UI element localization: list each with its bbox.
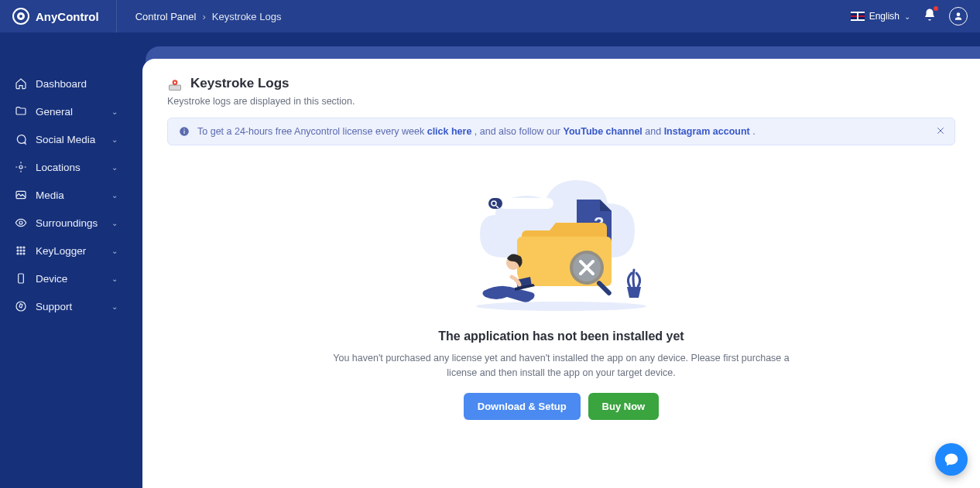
phone-icon [14,271,28,285]
svg-point-16 [174,81,176,84]
banner-link-instagram[interactable]: Instagram account [664,126,750,137]
chevron-down-icon: ⌄ [111,135,118,144]
chevron-down-icon: ⌄ [111,219,118,227]
promo-banner: To get a 24-hours free Anycontrol licens… [167,118,955,145]
svg-point-0 [19,166,22,169]
svg-point-10 [20,253,22,254]
svg-point-29 [476,302,646,311]
topbar-actions: English ⌄ [851,7,968,26]
breadcrumb-current: Keystroke Logs [212,11,282,22]
empty-state-title: The application has not been installed y… [167,329,955,343]
svg-rect-12 [19,274,24,283]
breadcrumb-root[interactable]: Control Panel [135,11,197,22]
svg-point-13 [16,302,26,311]
empty-illustration: ? [461,169,662,316]
home-icon [14,77,28,90]
compass-icon [14,299,28,313]
sidebar-item-keylogger[interactable]: KeyLogger ⌄ [0,237,132,264]
close-icon [936,126,945,135]
sidebar-item-label: Locations [36,162,81,173]
chat-bubble-icon [944,452,959,467]
download-setup-button[interactable]: Download & Setup [464,393,581,420]
svg-point-8 [23,250,25,251]
grid-icon [14,244,28,258]
language-selector[interactable]: English ⌄ [851,11,910,22]
svg-point-4 [20,247,22,248]
empty-state: ? [167,169,955,420]
chevron-down-icon: ⌄ [111,163,118,172]
svg-point-2 [19,221,22,224]
svg-point-11 [23,253,25,254]
page-title: Keystroke Logs [190,76,290,91]
svg-point-7 [20,250,22,251]
page-header: Keystroke Logs [167,76,955,93]
banner-text: To get a 24-hours free Anycontrol licens… [197,126,756,137]
chat-icon [14,132,28,146]
breadcrumb-separator: › [202,11,205,22]
svg-rect-26 [488,198,502,209]
sidebar-item-label: Media [36,189,64,201]
topbar: AnyControl Control Panel › Keystroke Log… [0,0,980,32]
notifications-button[interactable] [923,8,937,25]
svg-rect-19 [183,129,184,130]
keystroke-page-icon [167,77,183,93]
logo-icon [12,8,29,25]
chevron-down-icon: ⌄ [111,107,118,116]
svg-point-5 [23,247,25,248]
banner-link-click-here[interactable]: click here [427,126,472,137]
empty-state-actions: Download & Setup Buy Now [167,393,955,420]
uk-flag-icon [851,12,865,21]
profile-button[interactable] [949,7,968,26]
chevron-down-icon: ⌄ [904,12,910,21]
banner-close-button[interactable] [936,125,945,138]
sidebar-item-label: Device [36,273,67,285]
main-area: Keystroke Logs Keystroke logs are displa… [132,32,980,488]
brand-name: AnyControl [36,10,99,23]
sidebar-item-label: Surroundings [36,217,98,229]
banner-link-youtube[interactable]: YouTube channel [564,126,642,137]
sidebar-item-support[interactable]: Support ⌄ [0,292,132,320]
sidebar-item-media[interactable]: Media ⌄ [0,181,132,209]
breadcrumb: Control Panel › Keystroke Logs [135,11,282,22]
chevron-down-icon: ⌄ [111,275,118,283]
brand-logo[interactable]: AnyControl [12,0,117,32]
svg-rect-18 [183,131,184,134]
svg-rect-14 [170,85,181,90]
chevron-down-icon: ⌄ [111,247,118,255]
empty-state-description: You haven't purchased any license yet an… [329,351,793,381]
sidebar-item-label: KeyLogger [36,245,86,257]
buy-now-button[interactable]: Buy Now [588,393,660,420]
chevron-down-icon: ⌄ [111,191,118,200]
folder-icon [14,104,28,118]
notification-dot-icon [934,6,938,11]
chat-widget-button[interactable] [935,443,968,476]
image-icon [14,188,28,202]
sidebar-item-label: Dashboard [36,78,87,90]
location-icon [14,160,28,174]
sidebar-item-device[interactable]: Device ⌄ [0,264,132,292]
eye-icon [14,216,28,230]
sidebar: Dashboard General ⌄ Social Media ⌄ Locat… [0,32,132,488]
sidebar-item-label: Social Media [36,134,95,145]
main-card: Keystroke Logs Keystroke logs are displa… [142,59,980,488]
sidebar-item-label: General [36,106,73,118]
info-icon [179,126,190,137]
sidebar-item-general[interactable]: General ⌄ [0,97,132,125]
sidebar-item-social-media[interactable]: Social Media ⌄ [0,125,132,153]
svg-rect-25 [499,198,553,209]
sidebar-item-label: Support [36,301,72,312]
svg-point-3 [17,247,19,248]
user-icon [953,11,964,22]
sidebar-item-dashboard[interactable]: Dashboard [0,70,132,97]
chevron-down-icon: ⌄ [111,302,118,311]
sidebar-item-surroundings[interactable]: Surroundings ⌄ [0,209,132,237]
page-subtitle: Keystroke logs are displayed in this sec… [167,96,955,107]
svg-point-9 [17,253,19,254]
language-label: English [869,11,899,22]
sidebar-item-locations[interactable]: Locations ⌄ [0,153,132,181]
svg-point-6 [17,250,19,251]
